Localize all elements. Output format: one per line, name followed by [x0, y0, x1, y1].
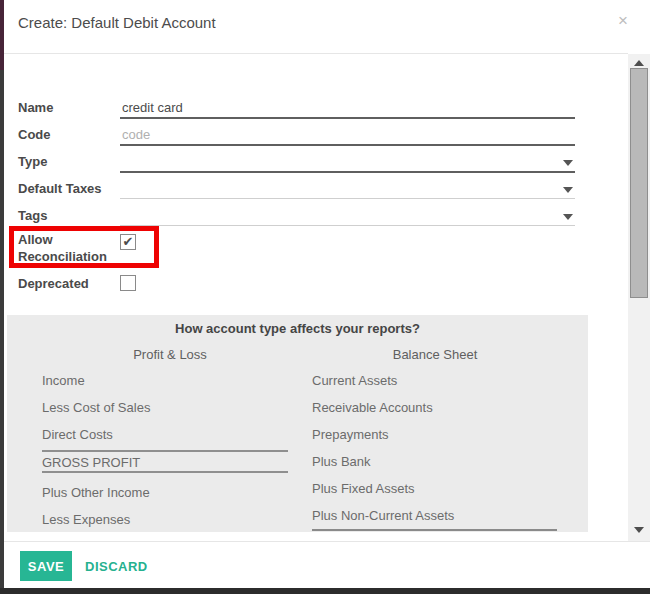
list-item: Receivable Accounts	[312, 400, 433, 415]
tags-label: Tags	[18, 208, 47, 223]
deprecated-label: Deprecated	[18, 275, 118, 292]
list-item: Plus Other Income	[42, 485, 150, 500]
default-taxes-label: Default Taxes	[18, 181, 102, 196]
allow-reconciliation-checkbox[interactable]	[120, 234, 136, 250]
scrollbar-thumb[interactable]	[630, 68, 648, 298]
default-taxes-underline	[120, 198, 575, 199]
scrollbar-up-icon[interactable]	[634, 60, 644, 66]
dialog-title: Create: Default Debit Account	[18, 14, 216, 31]
backdrop-bottom-edge	[0, 588, 650, 594]
type-chevron-down-icon[interactable]	[563, 160, 573, 166]
name-input[interactable]: credit card	[122, 100, 567, 115]
gross-profit-topline	[42, 450, 288, 452]
name-label: Name	[18, 100, 53, 115]
allow-reconciliation-label: Allow Reconciliation	[18, 231, 118, 265]
profit-loss-header: Profit & Loss	[133, 347, 207, 362]
tags-chevron-down-icon[interactable]	[563, 214, 573, 220]
code-label: Code	[18, 127, 51, 142]
list-item: Less Cost of Sales	[42, 400, 150, 415]
close-icon[interactable]: ×	[618, 12, 628, 29]
balance-sheet-line	[312, 529, 557, 531]
gross-profit-bottomline	[42, 471, 288, 473]
list-item: GROSS PROFIT	[42, 455, 140, 470]
code-input[interactable]: code	[122, 127, 567, 142]
list-item: Current Assets	[312, 373, 397, 388]
default-taxes-chevron-down-icon[interactable]	[563, 187, 573, 193]
save-button[interactable]: SAVE	[20, 551, 72, 581]
list-item: Income	[42, 373, 85, 388]
report-info-panel: How account type affects your reports? P…	[7, 315, 588, 532]
discard-button[interactable]: DISCARD	[85, 559, 148, 574]
type-label: Type	[18, 154, 47, 169]
tags-underline	[120, 225, 575, 226]
header-divider	[4, 53, 628, 54]
body-divider	[4, 541, 650, 542]
screen: Create: Default Debit Account × Name cre…	[0, 0, 650, 594]
list-item: Plus Fixed Assets	[312, 481, 415, 496]
name-input-underline	[120, 117, 575, 119]
list-item: Direct Costs	[42, 427, 113, 442]
scrollbar-down-icon[interactable]	[634, 527, 644, 533]
report-panel-title: How account type affects your reports?	[7, 321, 588, 336]
type-select-underline	[120, 171, 575, 173]
list-item: Plus Non-Current Assets	[312, 508, 454, 523]
code-input-underline	[120, 144, 575, 146]
balance-sheet-header: Balance Sheet	[393, 347, 478, 362]
list-item: Plus Bank	[312, 454, 371, 469]
deprecated-checkbox[interactable]	[120, 275, 136, 291]
list-item: Prepayments	[312, 427, 389, 442]
list-item: Less Expenses	[42, 512, 130, 527]
